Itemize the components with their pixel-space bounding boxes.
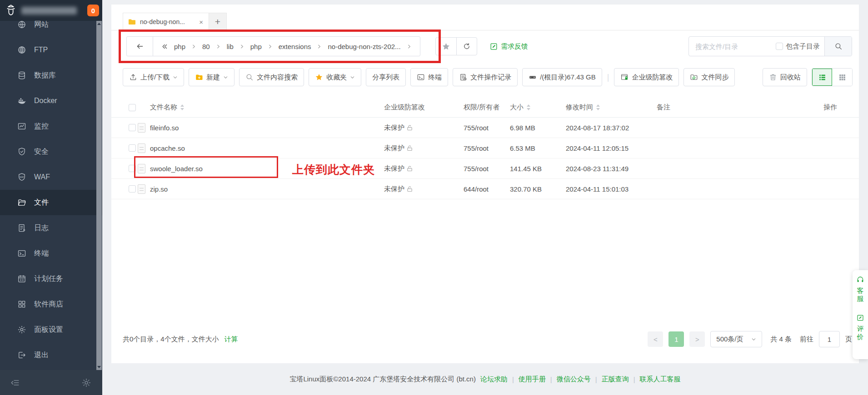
table-row[interactable]: swoole_loader.so 未保护 755/root 141.45 KB … — [111, 158, 859, 179]
customer-service-label[interactable]: 客服 — [857, 286, 864, 303]
file-name[interactable]: swoole_loader.so — [150, 165, 203, 173]
current-page-button[interactable]: 1 — [668, 331, 684, 347]
grid-view-button[interactable] — [832, 69, 852, 86]
footer-link-forum[interactable]: 论坛求助 — [480, 375, 508, 384]
goto-page-input[interactable] — [819, 331, 840, 347]
sidebar-item-files[interactable]: 文件 — [0, 190, 102, 215]
sidebar-settings-gear-icon[interactable] — [81, 378, 91, 388]
table-header: 文件名称 企业级防篡改 权限/所有者 大小 修改时间 备注 操作 — [111, 98, 859, 118]
breadcrumb-item[interactable]: 80 — [202, 43, 210, 50]
refresh-button[interactable] — [456, 38, 477, 55]
scroll-up-icon[interactable] — [97, 23, 101, 25]
add-tab-button[interactable]: + — [209, 13, 227, 30]
content-search-button[interactable]: 文件内容搜索 — [239, 68, 304, 86]
footer-link-wechat[interactable]: 微信公众号 — [557, 375, 591, 384]
tamper-proof-button[interactable]: 企业级防篡改 — [614, 68, 679, 86]
rate-label[interactable]: 评价 — [857, 325, 864, 341]
header-modified-time[interactable]: 修改时间 — [566, 98, 600, 117]
docker-icon — [17, 96, 26, 105]
favorite-path-button[interactable] — [436, 38, 456, 55]
row-checkbox[interactable] — [129, 165, 136, 172]
list-view-button[interactable] — [812, 69, 832, 86]
row-checkbox[interactable] — [129, 124, 136, 131]
sidebar-item-logs[interactable]: 日志 — [0, 215, 102, 241]
recycle-bin-button[interactable]: 回收站 — [763, 68, 807, 86]
row-checkbox[interactable] — [129, 185, 136, 193]
table-row[interactable]: fileinfo.so 未保护 755/root 6.98 MB 2024-08… — [111, 118, 859, 138]
file-name[interactable]: opcache.so — [150, 144, 185, 152]
search-input[interactable] — [689, 43, 776, 50]
breadcrumb-item[interactable]: extensions — [279, 43, 311, 50]
header-action: 操作 — [823, 98, 837, 117]
prev-page-button[interactable]: < — [648, 331, 663, 347]
sidebar-item-cron[interactable]: 计划任务 — [0, 266, 102, 291]
notification-badge[interactable]: 0 — [87, 5, 99, 16]
row-checkbox[interactable] — [129, 144, 136, 152]
file-sync-button[interactable]: 文件同步 — [683, 68, 735, 86]
table-row[interactable]: opcache.so 未保护 755/root 6.53 MB 2024-04-… — [111, 138, 859, 158]
feedback-link[interactable]: 需求反馈 — [489, 36, 528, 56]
sidebar-item-monitor[interactable]: 监控 — [0, 114, 102, 139]
edit-icon[interactable] — [856, 314, 864, 322]
sidebar-item-panel-settings[interactable]: 面板设置 — [0, 317, 102, 342]
collapse-path-icon[interactable] — [161, 43, 168, 50]
tab-current-directory[interactable]: no-debug-non... × — [123, 13, 209, 30]
sidebar-item-waf[interactable]: WAF WAF — [0, 164, 102, 190]
sort-icon[interactable] — [180, 104, 184, 110]
file-name[interactable]: fileinfo.so — [150, 124, 179, 132]
sidebar-item-docker[interactable]: Docker — [0, 88, 102, 114]
scroll-down-icon[interactable] — [97, 366, 101, 368]
sidebar-item-ftp[interactable]: FTP — [0, 37, 102, 63]
select-all-checkbox[interactable] — [129, 104, 136, 111]
include-subdir-checkbox[interactable]: 包含子目录 — [776, 42, 824, 51]
sidebar-item-database[interactable]: 数据库 — [0, 63, 102, 88]
header-size[interactable]: 大小 — [510, 98, 530, 117]
file-size: 6.53 MB — [510, 144, 535, 152]
footer-link-license-check[interactable]: 正版查询 — [602, 375, 629, 384]
search-bar: 包含子目录 — [688, 36, 852, 56]
footer-link-contact-support[interactable]: 联系人工客服 — [640, 375, 681, 384]
close-tab-icon[interactable]: × — [198, 18, 204, 26]
header-file-name[interactable]: 文件名称 — [150, 98, 184, 117]
favorites-button[interactable]: 收藏夹 — [309, 68, 361, 86]
back-button[interactable] — [127, 37, 153, 56]
sidebar-item-website[interactable]: 网站 — [0, 21, 102, 37]
sidebar-item-label: 计划任务 — [34, 274, 63, 284]
footer: 宝塔Linux面板©2014-2024 广东堡塔安全技术有限公司 (bt.cn)… — [102, 363, 868, 395]
chevron-down-icon — [350, 75, 355, 80]
path-action-group — [435, 37, 477, 55]
sidebar-item-logout[interactable]: 退出 — [0, 342, 102, 368]
sidebar-scrollbar[interactable] — [96, 21, 102, 370]
next-page-button[interactable]: > — [689, 331, 705, 347]
sort-icon[interactable] — [596, 104, 600, 110]
sidebar-item-app-store[interactable]: 软件商店 — [0, 291, 102, 317]
file-name[interactable]: zip.so — [150, 185, 168, 193]
bt-pagoda-logo-icon — [5, 4, 17, 17]
sidebar-item-security[interactable]: 安全 — [0, 139, 102, 164]
table-row[interactable]: zip.so 未保护 644/root 320.70 KB 2024-04-11… — [111, 179, 859, 199]
sort-icon[interactable] — [527, 104, 530, 110]
checkbox-icon[interactable] — [776, 43, 783, 50]
breadcrumb-item[interactable]: php — [174, 43, 185, 50]
sidebar-item-terminal[interactable]: 终端 — [0, 241, 102, 266]
page-size-select[interactable]: 500条/页 — [710, 331, 762, 347]
new-button[interactable]: 新建 — [189, 68, 234, 86]
sidebar-item-label: 文件 — [34, 198, 49, 207]
terminal-button[interactable]: 终端 — [410, 68, 448, 86]
breadcrumb-item[interactable]: lib — [227, 43, 234, 50]
file-operations-log-button[interactable]: 文件操作记录 — [453, 68, 518, 86]
collapse-sidebar-icon[interactable] — [10, 378, 20, 388]
upload-download-button[interactable]: 上传/下载 — [123, 68, 184, 86]
disk-usage-button[interactable]: /(根目录)67.43 GB — [522, 68, 602, 86]
breadcrumb-item-current[interactable]: no-debug-non-zts-202... — [328, 43, 400, 50]
headset-icon[interactable] — [856, 276, 864, 284]
header-tamper: 企业级防篡改 — [384, 98, 425, 117]
permission-owner: 755/root — [464, 124, 489, 132]
footer-link-manual[interactable]: 使用手册 — [519, 375, 546, 384]
recycle-bin-label: 回收站 — [780, 73, 801, 82]
breadcrumb-item[interactable]: php — [250, 43, 262, 50]
calculate-size-link[interactable]: 计算 — [224, 335, 238, 344]
search-button[interactable] — [824, 37, 852, 56]
page-unit-label: 页 — [845, 335, 852, 344]
share-list-button[interactable]: 分享列表 — [366, 68, 406, 86]
